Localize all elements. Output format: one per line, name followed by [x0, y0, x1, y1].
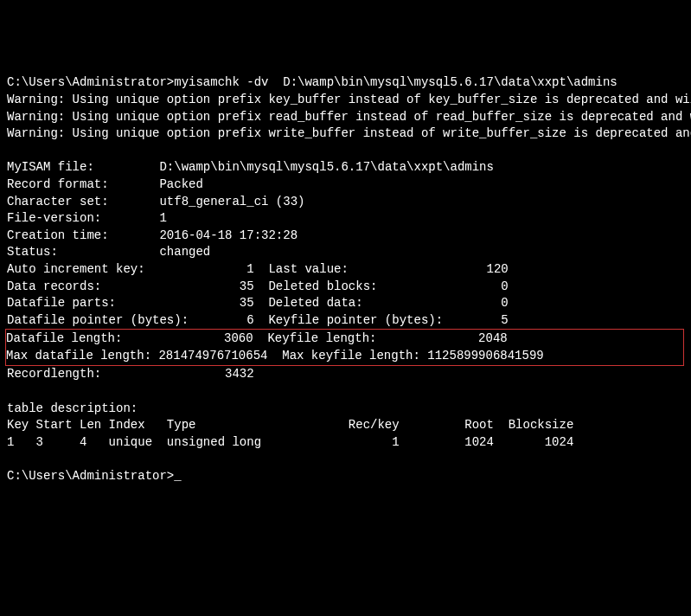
- datafile-length-line: Datafile length: 3060 Keyfile length: 20…: [6, 331, 508, 345]
- datafile-pointer-line: Datafile pointer (bytes): 6 Keyfile poin…: [7, 313, 509, 327]
- command-text: myisamchk -dv D:\wamp\bin\mysql\mysql5.6…: [174, 75, 617, 89]
- myisam-file-label: MyISAM file:: [7, 160, 159, 174]
- warning-read-buffer: Warning: Using unique option prefix read…: [7, 110, 691, 124]
- table-row: 1 3 4 unique unsigned long 1 1024 1024: [7, 435, 573, 449]
- warning-write-buffer: Warning: Using unique option prefix writ…: [7, 126, 691, 140]
- auto-increment-line: Auto increment key: 1 Last value: 120: [7, 262, 509, 276]
- charset-value: utf8_general_ci (33): [159, 195, 304, 209]
- status-value: changed: [159, 245, 210, 259]
- table-columns: Key Start Len Index Type Rec/key Root Bl…: [7, 418, 573, 432]
- myisam-file-value: D:\wamp\bin\mysql\mysql5.6.17\data\xxpt\…: [159, 160, 493, 174]
- cursor: _: [174, 469, 181, 483]
- status-label: Status:: [7, 245, 159, 259]
- recordlength-line: Recordlength: 3432: [7, 367, 254, 381]
- charset-label: Character set:: [7, 195, 159, 209]
- highlighted-datafile-length: Datafile length: 3060 Keyfile length: 20…: [5, 329, 684, 366]
- warning-key-buffer: Warning: Using unique option prefix key_…: [7, 93, 691, 106]
- terminal-output: C:\Users\Administrator>myisamchk -dv D:\…: [7, 74, 684, 484]
- file-version-value: 1: [159, 211, 166, 225]
- prompt: C:\Users\Administrator>: [7, 469, 174, 483]
- creation-time-value: 2016-04-18 17:32:28: [159, 228, 298, 242]
- record-format-value: Packed: [159, 177, 202, 191]
- record-format-label: Record format:: [7, 177, 159, 191]
- max-datafile-line: Max datafile length: 281474976710654 Max…: [6, 349, 544, 363]
- data-records-line: Data records: 35 Deleted blocks: 0: [7, 279, 509, 293]
- prompt: C:\Users\Administrator>: [7, 75, 174, 89]
- datafile-parts-line: Datafile parts: 35 Deleted data: 0: [7, 296, 509, 310]
- creation-time-label: Creation time:: [7, 228, 159, 242]
- table-description-header: table description:: [7, 401, 138, 415]
- file-version-label: File-version:: [7, 211, 159, 225]
